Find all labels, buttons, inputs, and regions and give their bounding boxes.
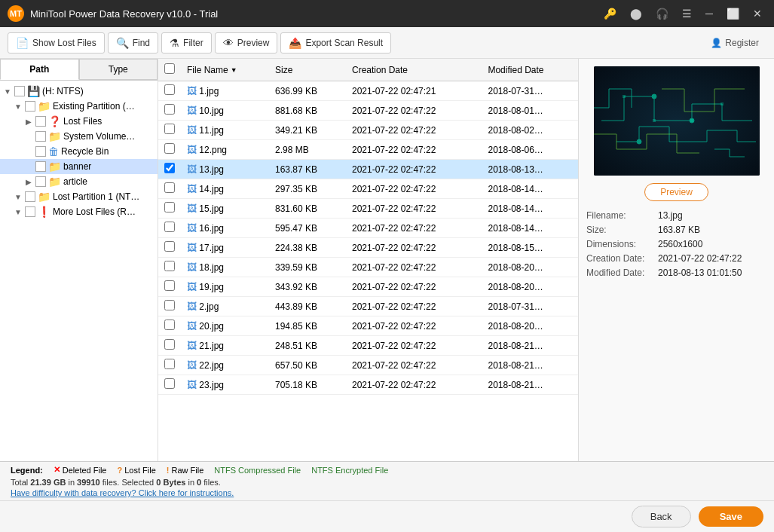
table-row[interactable]: 🖼 16.jpg 595.47 KB 2021-07-22 02:47:22 2… (158, 219, 578, 238)
tree-item[interactable]: 🗑 Recycle Bin (0, 144, 158, 159)
select-all-checkbox[interactable] (164, 63, 175, 74)
row-checkbox[interactable] (164, 222, 175, 232)
filename-header[interactable]: File Name ▼ (181, 59, 269, 81)
table-row[interactable]: 🖼 12.png 2.98 MB 2021-07-22 02:47:22 201… (158, 140, 578, 160)
table-row[interactable]: 🖼 19.jpg 343.92 KB 2021-07-22 02:47:22 2… (158, 277, 578, 297)
find-button[interactable]: 🔍 Find (108, 32, 158, 54)
size-cell: 2.98 MB (269, 140, 346, 160)
table-row[interactable]: 🖼 2.jpg 443.89 KB 2021-07-22 02:47:22 20… (158, 297, 578, 316)
tree-toggle[interactable]: ▼ (14, 193, 23, 201)
filter-button[interactable]: ⚗ Filter (161, 32, 212, 54)
row-checkbox-cell[interactable] (158, 277, 181, 297)
row-checkbox-cell[interactable] (158, 179, 181, 199)
minimize-icon[interactable]: ─ (701, 6, 717, 21)
tree-toggle[interactable]: ▶ (24, 178, 33, 186)
tree-item[interactable]: ▶ ❓ Lost Files (0, 114, 158, 129)
row-checkbox-cell[interactable] (158, 160, 181, 179)
tree-item[interactable]: ▼ 📁 Lost Partition 1 (NT… (0, 189, 158, 204)
headphone-icon[interactable]: 🎧 (651, 6, 673, 21)
tree-toggle[interactable]: ▶ (24, 118, 33, 126)
tree-item[interactable]: ▼ 💾 (H: NTFS) (0, 84, 158, 99)
row-checkbox-cell[interactable] (158, 336, 181, 356)
table-row[interactable]: 🖼 17.jpg 224.38 KB 2021-07-22 02:47:22 2… (158, 238, 578, 258)
tree-area[interactable]: ▼ 💾 (H: NTFS) ▼ 📁 Existing Partition (… … (0, 81, 158, 461)
save-button[interactable]: Save (699, 506, 763, 527)
table-row[interactable]: 🖼 20.jpg 194.85 KB 2021-07-22 02:47:22 2… (158, 316, 578, 336)
row-checkbox[interactable] (164, 261, 175, 271)
row-checkbox-cell[interactable] (158, 356, 181, 375)
select-all-header[interactable] (158, 59, 181, 81)
row-checkbox[interactable] (164, 124, 175, 134)
tree-toggle[interactable]: ▼ (14, 102, 23, 111)
row-checkbox[interactable] (164, 359, 175, 369)
tree-item[interactable]: 📁 System Volume… (0, 129, 158, 144)
table-row[interactable]: 🖼 22.jpg 657.50 KB 2021-07-22 02:47:22 2… (158, 356, 578, 375)
tree-item[interactable]: ▶ 📁 article (0, 174, 158, 189)
table-row[interactable]: 🖼 14.jpg 297.35 KB 2021-07-22 02:47:22 2… (158, 179, 578, 199)
help-link[interactable]: Have difficulty with data recovery? Clic… (11, 488, 763, 497)
row-checkbox-cell[interactable] (158, 219, 181, 238)
row-checkbox[interactable] (164, 104, 175, 115)
circle-icon[interactable]: ⬤ (626, 6, 647, 21)
creation-date-header[interactable]: Creation Date (346, 59, 482, 81)
preview-toolbar-button[interactable]: 👁 Preview (215, 32, 278, 54)
menu-icon[interactable]: ☰ (678, 6, 696, 21)
tree-checkbox[interactable] (35, 131, 46, 142)
tab-path[interactable]: Path (0, 59, 79, 80)
row-checkbox-cell[interactable] (158, 199, 181, 219)
key-icon[interactable]: 🔑 (599, 6, 621, 21)
tab-type[interactable]: Type (79, 59, 158, 80)
row-checkbox[interactable] (164, 202, 175, 212)
tree-item[interactable]: ▼ ❗ More Lost Files (R… (0, 204, 158, 219)
tree-item[interactable]: ▼ 📁 Existing Partition (… (0, 99, 158, 114)
table-row[interactable]: 🖼 15.jpg 831.60 KB 2021-07-22 02:47:22 2… (158, 199, 578, 219)
preview-button[interactable]: Preview (644, 183, 708, 201)
row-checkbox[interactable] (164, 84, 175, 95)
table-row[interactable]: 🖼 10.jpg 881.68 KB 2021-07-22 02:47:22 2… (158, 101, 578, 121)
row-checkbox[interactable] (164, 300, 175, 310)
row-checkbox-cell[interactable] (158, 297, 181, 316)
export-scan-result-button[interactable]: 📤 Export Scan Result (280, 32, 391, 54)
restore-icon[interactable]: ⬜ (722, 6, 744, 21)
row-checkbox-cell[interactable] (158, 238, 181, 258)
tree-toggle[interactable]: ▼ (14, 208, 23, 216)
row-checkbox[interactable] (164, 280, 175, 291)
tree-checkbox[interactable] (35, 146, 46, 157)
table-row[interactable]: 🖼 23.jpg 705.18 KB 2021-07-22 02:47:22 2… (158, 375, 578, 395)
row-checkbox[interactable] (164, 339, 175, 350)
table-row[interactable]: 🖼 21.jpg 248.51 KB 2021-07-22 02:47:22 2… (158, 336, 578, 356)
table-row[interactable]: 🖼 1.jpg 636.99 KB 2021-07-22 02:47:21 20… (158, 81, 578, 101)
tree-checkbox[interactable] (25, 206, 35, 217)
modified-date-header[interactable]: Modified Date (482, 59, 578, 81)
file-table[interactable]: File Name ▼ Size Creation Date Modified … (158, 59, 578, 461)
back-button[interactable]: Back (632, 506, 691, 527)
row-checkbox[interactable] (164, 143, 175, 154)
row-checkbox[interactable] (164, 320, 175, 330)
row-checkbox-cell[interactable] (158, 101, 181, 121)
size-header[interactable]: Size (269, 59, 346, 81)
row-checkbox-cell[interactable] (158, 121, 181, 140)
row-checkbox-cell[interactable] (158, 375, 181, 395)
tree-checkbox[interactable] (25, 101, 35, 112)
tree-checkbox[interactable] (35, 116, 46, 127)
row-checkbox[interactable] (164, 182, 175, 193)
row-checkbox-cell[interactable] (158, 81, 181, 101)
show-lost-files-button[interactable]: 📄 Show Lost Files (8, 32, 105, 54)
tree-toggle[interactable]: ▼ (3, 87, 12, 96)
table-row[interactable]: 🖼 13.jpg 163.87 KB 2021-07-22 02:47:22 2… (158, 160, 578, 179)
close-icon[interactable]: ✕ (748, 6, 766, 21)
table-row[interactable]: 🖼 18.jpg 339.59 KB 2021-07-22 02:47:22 2… (158, 258, 578, 277)
row-checkbox[interactable] (164, 163, 175, 173)
tree-item[interactable]: 📁 banner (0, 159, 158, 174)
tree-checkbox[interactable] (35, 161, 46, 172)
row-checkbox-cell[interactable] (158, 316, 181, 336)
tree-checkbox[interactable] (14, 86, 25, 96)
register-button[interactable]: 👤 Register (703, 34, 766, 52)
tree-checkbox[interactable] (25, 191, 35, 202)
tree-checkbox[interactable] (35, 176, 46, 187)
row-checkbox[interactable] (164, 378, 175, 389)
row-checkbox-cell[interactable] (158, 258, 181, 277)
row-checkbox-cell[interactable] (158, 140, 181, 160)
row-checkbox[interactable] (164, 241, 175, 252)
table-row[interactable]: 🖼 11.jpg 349.21 KB 2021-07-22 02:47:22 2… (158, 121, 578, 140)
